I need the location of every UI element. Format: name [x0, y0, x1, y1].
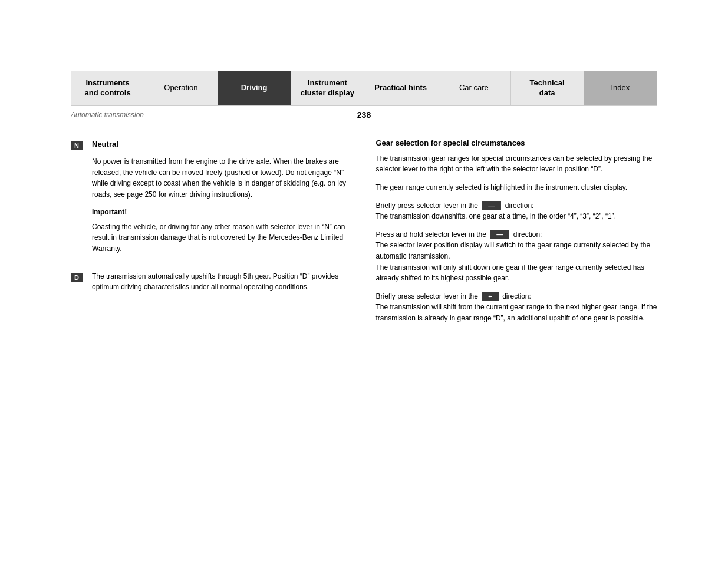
drive-body: The transmission automatically upshifts … — [92, 271, 353, 293]
neutral-row: N Neutral No power is transmitted from t… — [71, 138, 353, 262]
minus-button-icon: — — [482, 201, 501, 210]
nav-item-instrument-cluster[interactable]: Instrument cluster display — [291, 71, 364, 105]
gear-special-heading: Gear selection for special circumstances — [376, 138, 658, 147]
important-label: Important! — [92, 207, 353, 218]
neutral-body: No power is transmitted from the engine … — [92, 156, 353, 200]
hold-button-icon: — — [490, 230, 509, 239]
neutral-badge: N — [71, 141, 83, 150]
col-right: Gear selection for special circumstances… — [376, 138, 658, 331]
page-number: 238 — [357, 110, 371, 120]
two-col-layout: N Neutral No power is transmitted from t… — [71, 138, 657, 331]
neutral-heading: Neutral — [92, 138, 353, 150]
drive-badge: D — [71, 273, 83, 282]
plus-direction: Briefly press selector lever in the + di… — [376, 291, 658, 324]
drive-row: D The transmission automatically upshift… — [71, 271, 353, 300]
nav-item-practical-hints[interactable]: Practical hints — [364, 71, 437, 105]
col-left: N Neutral No power is transmitted from t… — [71, 138, 353, 331]
gear-para1: The transmission gear ranges for special… — [376, 153, 658, 175]
nav-item-operation[interactable]: Operation — [144, 71, 218, 105]
nav-item-instruments[interactable]: Instruments and controls — [71, 71, 144, 105]
nav-item-driving[interactable]: Driving — [218, 71, 291, 105]
nav-item-technical-data[interactable]: Technical data — [511, 71, 584, 105]
hold-direction: Press and hold selector lever in the — d… — [376, 229, 658, 284]
plus-button-icon: + — [482, 292, 499, 301]
section-title: Automatic transmission — [71, 111, 144, 119]
page-header: Automatic transmission 238 — [71, 106, 657, 124]
nav-item-car-care[interactable]: Car care — [437, 71, 510, 105]
minus-direction: Briefly press selector lever in the — di… — [376, 200, 658, 222]
important-body: Coasting the vehicle, or driving for any… — [92, 222, 353, 254]
page-content: Automatic transmission 238 N Neutral No … — [71, 106, 657, 331]
nav-item-index[interactable]: Index — [584, 71, 657, 105]
gear-para2: The gear range currently selected is hig… — [376, 182, 658, 193]
nav-bar: Instruments and controls Operation Drivi… — [71, 71, 657, 106]
